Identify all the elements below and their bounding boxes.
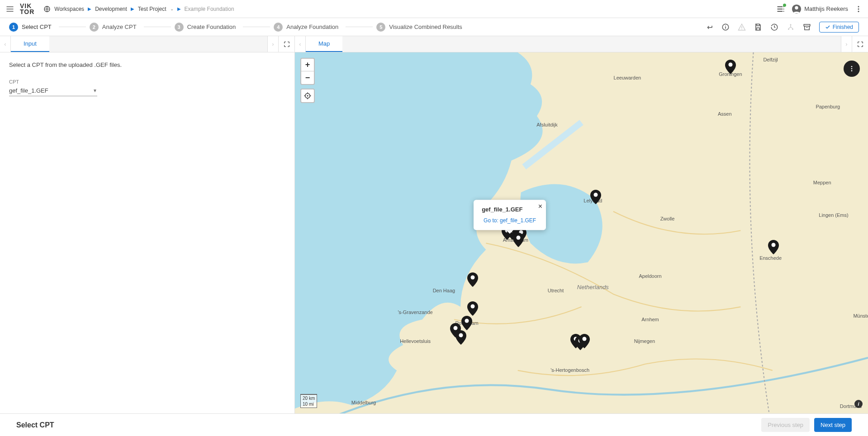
map-controls: + −	[300, 58, 315, 103]
step-divider	[346, 27, 373, 27]
user-area[interactable]: Matthijs Reekers	[792, 4, 848, 14]
city-label: Lingen (Ems)	[819, 212, 848, 218]
city-label: Arnhem	[641, 317, 659, 322]
svg-point-5	[858, 10, 859, 12]
history-icon[interactable]	[770, 23, 778, 31]
breadcrumb-project[interactable]: Test Project	[138, 6, 166, 12]
svg-point-13	[594, 192, 598, 197]
tab-input[interactable]: Input	[11, 36, 49, 52]
city-label: Leeuwarden	[614, 75, 641, 80]
step-label: Visualize Combined Results	[389, 23, 462, 30]
map-marker[interactable]	[467, 301, 478, 316]
tasks-icon[interactable]	[776, 5, 785, 14]
svg-point-29	[307, 95, 308, 97]
archive-icon[interactable]	[803, 23, 811, 31]
more-icon[interactable]	[854, 5, 863, 13]
finished-button[interactable]: Finished	[819, 22, 859, 33]
breadcrumb-current: Example Foundation	[185, 6, 234, 12]
svg-point-30	[851, 66, 853, 67]
city-label: Nijmegen	[634, 338, 655, 344]
city-label: Den Haag	[433, 288, 455, 293]
scale-mi: 10 mi	[303, 401, 315, 407]
svg-rect-10	[804, 24, 810, 26]
chevron-right-icon: ▶	[131, 6, 134, 11]
map-bg	[295, 52, 868, 413]
tab-prev-icon[interactable]: ‹	[295, 36, 306, 52]
chevron-right-icon: ▶	[177, 6, 181, 11]
svg-point-21	[470, 305, 474, 309]
scale-km: 20 km	[303, 395, 315, 401]
right-panel: ‹ Map › Netherland	[295, 36, 868, 413]
city-label: Apeldoorn	[639, 273, 661, 279]
city-label: Papenburg	[816, 104, 840, 109]
map-marker[interactable]	[768, 240, 779, 254]
city-label: Meppen	[813, 180, 831, 185]
tab-map[interactable]: Map	[306, 36, 342, 52]
map-info-button[interactable]: i	[854, 400, 863, 408]
left-tabs: ‹ Input ›	[0, 36, 294, 52]
breadcrumb-development[interactable]: Development	[95, 6, 127, 12]
left-panel-body: Select a CPT from the uploaded .GEF file…	[0, 52, 294, 105]
tab-prev-icon[interactable]: ‹	[0, 36, 11, 52]
svg-point-20	[470, 276, 474, 280]
expand-icon[interactable]	[278, 36, 294, 52]
svg-point-27	[582, 337, 586, 341]
svg-point-9	[792, 28, 793, 30]
city-label: Zwolle	[660, 216, 675, 221]
step-5[interactable]: 5Visualize Combined Results	[376, 23, 462, 32]
chevron-right-icon: ▶	[88, 6, 91, 11]
map-marker[interactable]	[467, 272, 478, 287]
map-marker[interactable]	[513, 233, 524, 247]
map-marker[interactable]	[579, 334, 590, 348]
step-4[interactable]: 4Analyze Foundation	[274, 23, 338, 32]
country-label: Netherlands	[577, 284, 609, 291]
tab-next-icon[interactable]: ›	[267, 36, 278, 52]
city-label: 's-Gravenzande	[398, 309, 432, 315]
map-marker[interactable]	[455, 330, 466, 345]
popup-link[interactable]: Go to: gef_file_1.GEF	[482, 217, 538, 224]
breadcrumb-workspaces[interactable]: Workspaces	[54, 6, 84, 12]
menu-icon[interactable]	[5, 5, 14, 14]
map-menu-button[interactable]	[844, 61, 860, 77]
map-area[interactable]: Netherlands GroningenLeeuwardenAssenDelf…	[295, 52, 868, 413]
city-label: Hellevoetsluis	[400, 338, 431, 344]
city-label: Assen	[718, 111, 732, 117]
steps-bar: 1Select CPT2Analyze CPT3Create Foundatio…	[0, 18, 868, 36]
svg-point-7	[790, 24, 791, 25]
map-marker[interactable]	[590, 190, 601, 204]
zoom-in-button[interactable]: +	[301, 59, 314, 71]
zoom-group: + −	[300, 58, 315, 85]
step-1[interactable]: 1Select CPT	[9, 23, 52, 32]
close-icon[interactable]: ×	[538, 202, 542, 211]
chevron-down-icon[interactable]: ⌄	[170, 6, 174, 11]
help-text: Select a CPT from the uploaded .GEF file…	[9, 61, 285, 68]
return-icon[interactable]	[705, 23, 713, 31]
map-marker[interactable]	[725, 60, 736, 74]
city-label: Afsluitdijk	[536, 122, 557, 127]
popup-title: gef_file_1.GEF	[482, 206, 538, 213]
cpt-select-value: gef_file_1.GEF	[9, 87, 48, 94]
tab-next-icon[interactable]: ›	[841, 36, 852, 52]
user-name: Matthijs Reekers	[804, 5, 848, 12]
map-marker[interactable]	[461, 316, 472, 330]
city-label: Middelburg	[351, 400, 376, 405]
svg-point-31	[851, 68, 853, 70]
svg-point-2	[795, 6, 798, 9]
main-area: ‹ Input › Select a CPT from the uploaded…	[0, 36, 868, 413]
step-divider	[243, 27, 270, 27]
locate-button[interactable]	[300, 89, 315, 103]
svg-point-22	[465, 319, 469, 323]
info-icon[interactable]	[721, 23, 730, 31]
zoom-out-button[interactable]: −	[301, 71, 314, 84]
cpt-select[interactable]: gef_file_1.GEF ▼	[9, 85, 97, 96]
step-label: Select CPT	[22, 23, 52, 30]
city-label: Enschede	[759, 255, 782, 261]
save-icon[interactable]	[754, 23, 762, 31]
step-label: Analyze Foundation	[286, 23, 338, 30]
globe-icon	[43, 5, 51, 13]
step-3[interactable]: 3Create Foundation	[175, 23, 236, 32]
expand-icon[interactable]	[852, 36, 868, 52]
right-tabs: ‹ Map ›	[295, 36, 868, 52]
step-2[interactable]: 2Analyze CPT	[90, 23, 137, 32]
city-label: Utrecht	[548, 288, 564, 293]
